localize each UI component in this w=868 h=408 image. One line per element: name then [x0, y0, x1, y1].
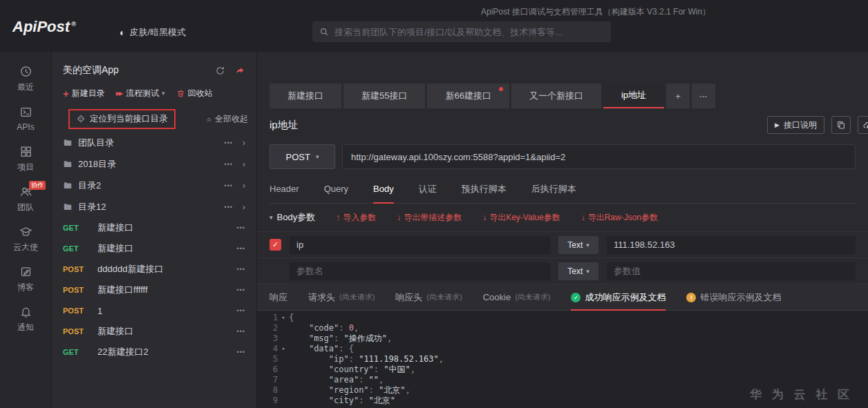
api-method: POST	[63, 327, 92, 336]
nav-item-projects[interactable]: 项目	[0, 139, 51, 179]
new-directory-button[interactable]: + 新建目录	[63, 88, 105, 99]
param-tool-link[interactable]: ↓ 导出Key-Value参数	[482, 212, 560, 224]
locate-current-api-button[interactable]: 定位到当前接口目录	[68, 109, 176, 129]
fold-icon[interactable]	[278, 365, 289, 375]
chevron-right-icon[interactable]: ›	[238, 159, 245, 169]
nav-item-recent[interactable]: 最近	[0, 59, 51, 99]
request-tab[interactable]: Header	[270, 175, 299, 203]
arrow-icon: ↓	[397, 213, 401, 222]
param-value-input[interactable]	[607, 262, 856, 280]
param-tool-link[interactable]: ↓ 导出带描述参数	[397, 212, 462, 224]
api-tab[interactable]: 新66建接口	[427, 84, 509, 108]
share-icon[interactable]	[235, 66, 245, 76]
api-tab[interactable]: ip地址	[603, 84, 664, 108]
folder-item[interactable]: 2018目录 ••• ›	[52, 153, 256, 175]
api-list-item[interactable]: POST 新建接口ffffff •••	[52, 280, 256, 300]
folder-list: 团队目录 ••• › 2018目录 ••• › 目录2 ••• › 目录12 •…	[52, 132, 256, 217]
theme-toggle[interactable]: ◐ 皮肤/暗黑模式	[120, 26, 186, 39]
api-list-item[interactable]: GET 新建接口 •••	[52, 217, 256, 238]
response-tab[interactable]: ✓ 成功响应示例及文档	[571, 284, 666, 310]
param-checkbox[interactable]: ✓	[270, 239, 281, 251]
api-tab[interactable]: 新建接口	[270, 84, 341, 108]
method-select[interactable]: POST ▾	[270, 144, 335, 169]
request-tab[interactable]: 认证	[419, 175, 437, 203]
more-icon[interactable]: •••	[237, 266, 245, 273]
param-tool-link[interactable]: ↑ 导入参数	[336, 212, 376, 224]
api-list-item[interactable]: POST 1 •••	[52, 300, 256, 321]
more-icon[interactable]: •••	[225, 204, 233, 211]
line-number: 8	[260, 385, 278, 396]
request-tab[interactable]: Body	[373, 175, 394, 203]
more-icon[interactable]: •••	[237, 286, 245, 293]
fold-icon[interactable]	[278, 375, 289, 385]
more-icon[interactable]: •••	[225, 139, 233, 146]
global-search-input[interactable]	[334, 27, 604, 37]
folder-icon	[63, 159, 73, 169]
copy-button[interactable]	[831, 116, 851, 134]
api-list-item[interactable]: GET 新建接口 •••	[52, 238, 256, 259]
locate-target-icon	[76, 114, 86, 124]
request-url-input[interactable]	[342, 144, 856, 169]
param-name-input[interactable]	[290, 262, 550, 280]
nav-item-team[interactable]: 协作 团队	[0, 179, 51, 219]
nav-item-ambassador[interactable]: 云大使	[0, 219, 51, 259]
fold-icon[interactable]	[278, 396, 289, 406]
nav-item-blog[interactable]: 博客	[0, 259, 51, 299]
nav-item-apis[interactable]: APIs	[0, 99, 51, 139]
code-content: {	[289, 313, 294, 323]
chevron-right-icon[interactable]: ›	[238, 202, 245, 212]
api-doc-button[interactable]: ▶ 接口说明	[767, 116, 824, 134]
more-icon[interactable]: •••	[237, 307, 245, 314]
fold-icon[interactable]	[278, 333, 289, 344]
nav-item-notifications[interactable]: 通知	[0, 299, 51, 339]
param-type-select[interactable]: Text ▾	[558, 262, 598, 280]
folder-item[interactable]: 团队目录 ••• ›	[52, 132, 256, 153]
response-tab[interactable]: Cookie (尚未请求)	[483, 284, 551, 310]
param-table: ✓ Text ▾ Text ▾	[257, 231, 868, 284]
global-search[interactable]	[312, 21, 611, 42]
code-content: "region": "北京",	[289, 385, 411, 396]
api-list-item[interactable]: GET 22新建接口2 •••	[52, 342, 256, 362]
chevron-right-icon[interactable]: ›	[238, 137, 245, 148]
fold-icon[interactable]	[278, 354, 289, 365]
collapse-all-button[interactable]: 全部收起	[205, 113, 248, 125]
api-list-item[interactable]: POST 新建接口 •••	[52, 321, 256, 342]
tab-overflow-button[interactable]: •••	[692, 84, 715, 108]
new-tab-button[interactable]: +	[666, 84, 690, 108]
request-tab[interactable]: 预执行脚本	[462, 175, 507, 203]
more-icon[interactable]: •••	[237, 349, 245, 356]
api-list: GET 新建接口 ••• GET 新建接口 ••• POST dddddd新建接…	[52, 217, 256, 362]
fold-icon[interactable]	[278, 323, 289, 333]
save-button[interactable]	[858, 116, 868, 134]
refresh-icon[interactable]	[215, 66, 225, 76]
recycle-bin-button[interactable]: 回收站	[176, 88, 213, 99]
more-icon[interactable]: •••	[225, 182, 233, 189]
fold-icon[interactable]: ▾	[278, 344, 289, 354]
response-tab[interactable]: 响应	[270, 284, 287, 310]
request-tab[interactable]: Query	[324, 175, 348, 203]
more-icon[interactable]: •••	[225, 161, 233, 168]
folder-item[interactable]: 目录2 ••• ›	[52, 175, 256, 196]
caret-down-icon[interactable]: ▾	[270, 214, 273, 221]
more-icon[interactable]: •••	[237, 328, 245, 335]
code-line: 7 "area": "",	[260, 375, 868, 385]
api-list-item[interactable]: POST dddddd新建接口 •••	[52, 259, 256, 280]
response-tab[interactable]: 请求头 (尚未请求)	[308, 284, 375, 310]
api-tab[interactable]: 新建55接口	[343, 84, 425, 108]
param-name-input[interactable]	[290, 236, 550, 254]
param-value-input[interactable]	[607, 236, 856, 254]
request-tab[interactable]: 后执行脚本	[531, 175, 576, 203]
grid-icon	[19, 145, 32, 158]
fold-icon[interactable]	[278, 385, 289, 396]
param-type-select[interactable]: Text ▾	[558, 236, 598, 254]
chevron-right-icon[interactable]: ›	[238, 180, 245, 191]
response-tab[interactable]: ! 错误响应示例及文档	[686, 284, 781, 310]
api-tab[interactable]: 又一个新接口	[511, 84, 601, 108]
more-icon[interactable]: •••	[237, 245, 245, 252]
response-tab[interactable]: 响应头 (尚未请求)	[395, 284, 462, 310]
more-icon[interactable]: •••	[237, 224, 245, 231]
fold-icon[interactable]: ▾	[278, 313, 289, 323]
flow-test-button[interactable]: ▶▶ 流程测试 ▾	[116, 88, 165, 99]
param-tool-link[interactable]: ↓ 导出Raw-Json参数	[581, 212, 658, 224]
folder-item[interactable]: 目录12 ••• ›	[52, 196, 256, 217]
